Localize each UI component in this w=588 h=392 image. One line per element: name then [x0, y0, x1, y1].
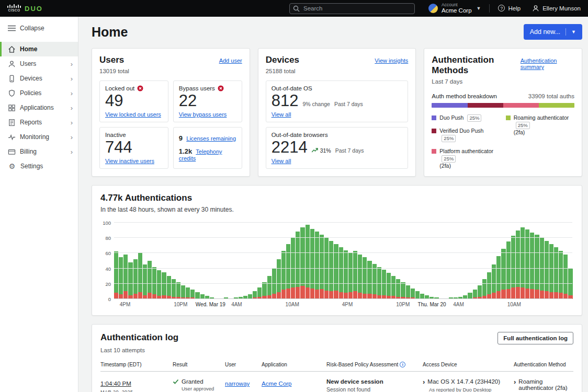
chart-bar	[190, 223, 195, 299]
sidebar-item-settings[interactable]: ⚙ Settings	[0, 159, 78, 174]
view-all-browsers-link[interactable]: View all	[272, 158, 403, 164]
add-new-label: Add new...	[530, 28, 560, 36]
sidebar-item-home[interactable]: Home	[0, 42, 78, 56]
view-insights-link[interactable]: View insights	[375, 57, 408, 64]
auth-chart-xaxis: 4PM10PMWed. Mar 194AM10AM4PM10PMThu. Mar…	[114, 302, 573, 310]
chart-bar	[219, 223, 223, 299]
legend-pct-badge: 25%	[442, 155, 456, 163]
telephony-value: 1.2k	[179, 147, 192, 155]
sidebar-item-reports[interactable]: Reports ›	[0, 115, 78, 130]
inactive-stat: Inactive 744 View inactive users	[99, 127, 168, 169]
sidebar-item-applications[interactable]: Applications ›	[0, 100, 78, 115]
result-cell: Granted User approved	[173, 378, 221, 392]
chevron-right-icon: ›	[71, 119, 73, 126]
chart-bar	[367, 223, 371, 299]
account-avatar-icon	[428, 4, 438, 13]
chart-ytick-label: 0	[100, 296, 111, 302]
legend-pct-badge: 25%	[467, 114, 481, 122]
help-button[interactable]: ? Help	[498, 5, 521, 11]
chart-bar	[162, 223, 166, 299]
chart-bar	[186, 223, 190, 299]
user-menu[interactable]: Ellery Munson	[532, 5, 581, 12]
help-label: Help	[508, 5, 521, 11]
info-icon[interactable]: i	[400, 362, 405, 367]
main-content: Home Add new... ▼ Users Add user 13019 t…	[78, 17, 588, 392]
chart-bar	[324, 223, 329, 299]
authentication-log-card: Authentication log Full authentication l…	[92, 324, 582, 392]
legend-label: Duo Push	[439, 114, 463, 121]
locked-out-label: Locked out	[105, 85, 134, 91]
chart-bar	[391, 223, 395, 299]
chart-bar	[482, 223, 487, 299]
view-all-os-link[interactable]: View all	[272, 111, 403, 118]
pulse-icon	[8, 133, 16, 141]
chart-bar	[306, 223, 310, 299]
sidebar-item-policies[interactable]: Policies ›	[0, 86, 78, 100]
chart-bar	[415, 223, 420, 299]
chart-bar	[296, 223, 300, 299]
legend-swatch	[432, 129, 436, 133]
bypass-users-value: 22	[179, 91, 236, 110]
chart-gridline	[114, 298, 572, 299]
account-menu[interactable]: Account Acme Corp ▼	[428, 3, 481, 14]
legend-label: Verified Duo Push	[439, 128, 483, 134]
check-icon	[173, 378, 179, 385]
chart-bar	[329, 223, 333, 299]
add-user-link[interactable]: Add user	[219, 57, 242, 64]
locked-out-stat: Locked out 49 View locked out users	[99, 80, 168, 122]
expand-toggle-icon[interactable]: ›	[514, 378, 516, 385]
sidebar-item-billing[interactable]: Billing ›	[0, 144, 78, 159]
sidebar-item-label: Reports	[20, 119, 42, 126]
legend-label: Platform authenticator	[439, 148, 493, 154]
search-input[interactable]	[289, 3, 415, 14]
chart-bar	[377, 223, 381, 299]
users-card: Users Add user 13019 total Locked out 49…	[92, 48, 250, 177]
legend-swatch	[432, 149, 436, 154]
chart-xtick-label: 4PM	[120, 302, 131, 307]
chart-bar	[521, 223, 525, 299]
report-icon	[8, 119, 16, 126]
sidebar-item-users[interactable]: Users ›	[0, 56, 78, 71]
auth-summary-link[interactable]: Authentication summary	[521, 57, 574, 70]
auth-log-table: Timestamp (EDT) Result User Application …	[100, 362, 573, 392]
brand-logo: cisco DUO	[7, 4, 43, 13]
legend-label-sub: (2fa)	[514, 129, 525, 135]
chart-xtick-label: 10PM	[396, 302, 410, 307]
view-locked-out-link[interactable]: View locked out users	[105, 111, 163, 118]
chevron-right-icon: ›	[71, 134, 73, 141]
expand-toggle-icon[interactable]: ›	[423, 378, 425, 385]
sidebar: Collapse Home Users › Devices › Policies…	[0, 17, 78, 392]
sidebar-item-label: Billing	[20, 148, 37, 155]
user-link[interactable]: narroway	[225, 381, 250, 387]
view-inactive-link[interactable]: View inactive users	[105, 158, 163, 164]
bypass-users-stat: Bypass users 22 View bypass users	[173, 80, 242, 122]
sidebar-collapse[interactable]: Collapse	[0, 21, 78, 36]
chart-bar	[396, 223, 400, 299]
device-icon	[8, 75, 16, 83]
timestamp-link[interactable]: 1:04:40 PM	[100, 381, 131, 387]
auth-methods-legend: Duo Push 25% Verified Duo Push 25%	[432, 114, 574, 170]
application-link[interactable]: Acme Corp	[262, 381, 292, 387]
legend-swatch	[506, 116, 511, 120]
view-bypass-link[interactable]: View bypass users	[179, 111, 236, 118]
full-auth-log-button[interactable]: Full authentication log	[497, 332, 573, 344]
chart-bar	[425, 223, 429, 299]
chart-bar	[176, 223, 180, 299]
chart-bar	[234, 223, 238, 299]
chart-bar	[310, 223, 314, 299]
chevron-right-icon: ›	[71, 105, 73, 111]
result-detail: User approved	[182, 386, 221, 391]
global-search[interactable]	[289, 3, 415, 14]
chart-bar	[123, 223, 128, 299]
sidebar-item-label: Policies	[20, 89, 41, 97]
add-new-button[interactable]: Add new... ▼	[524, 24, 582, 40]
licenses-link[interactable]: Licenses remaining	[186, 135, 236, 142]
licenses-stat: 9 Licenses remaining 1.2k Telephony cred…	[173, 127, 242, 169]
sidebar-item-devices[interactable]: Devices ›	[0, 71, 78, 86]
chart-bar	[501, 223, 505, 299]
sidebar-item-monitoring[interactable]: Monitoring ›	[0, 130, 78, 144]
chart-bar	[478, 223, 482, 299]
access-device-label: Mac OS X 14.7.4 (23H420)	[427, 378, 500, 385]
chart-bar	[568, 223, 572, 299]
result-label: Granted	[182, 378, 203, 385]
